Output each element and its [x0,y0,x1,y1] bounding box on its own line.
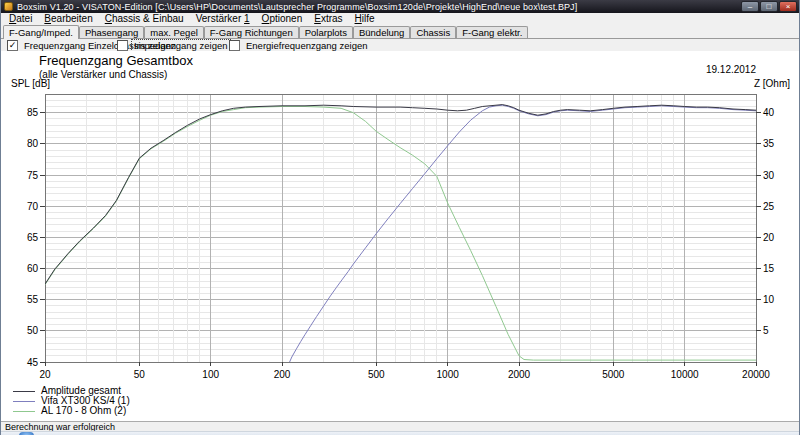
svg-text:25: 25 [763,201,775,212]
menu-item-datei[interactable]: Datei [3,13,38,25]
svg-text:75: 75 [27,170,39,181]
minimize-button[interactable]: – [741,1,759,12]
checkbox-energiefrequenzgang-zeigen[interactable] [229,40,240,51]
tab-max-pegel[interactable]: max. Pegel [144,26,204,38]
svg-text:20: 20 [39,369,51,380]
svg-text:70: 70 [27,201,39,212]
frequency-response-chart: 4550556065707580855101520253035402050100… [1,51,800,421]
checkbox-label-impedanzgang-zeigen[interactable]: Impedanzgang zeigen [132,40,230,51]
taskbar-strip [1,431,799,435]
svg-text:50: 50 [134,369,146,380]
svg-text:10: 10 [763,294,775,305]
tab-phasengang[interactable]: Phasengang [79,26,144,38]
svg-text:10000: 10000 [671,369,699,380]
svg-text:1000: 1000 [437,369,460,380]
svg-text:80: 80 [27,138,39,149]
menu-bar: DateiBearbeitenChassis & EinbauVerstärke… [1,13,799,25]
svg-text:15: 15 [763,263,775,274]
svg-text:5: 5 [763,325,769,336]
svg-text:65: 65 [27,232,39,243]
tab-bündelung[interactable]: Bündelung [353,26,410,38]
svg-text:20000: 20000 [742,369,770,380]
legend-label: AL 170 - 8 Ohm (2) [41,406,126,416]
tab-f-gang-imped[interactable]: F-Gang/Imped. [3,25,79,39]
title-bar[interactable]: Boxsim V1.20 - VISATON-Edition [C:\Users… [1,0,799,13]
boxsim-window: Boxsim V1.20 - VISATON-Edition [C:\Users… [0,0,800,435]
svg-text:35: 35 [763,138,775,149]
app-icon [4,2,13,11]
chart-legend: Amplitude gesamtVifa XT300 KS/4 (1)AL 17… [13,386,130,416]
svg-text:60: 60 [27,263,39,274]
legend-swatch-al-170-8-ohm-2 [13,411,35,412]
menu-item-extras[interactable]: Extras [308,13,348,25]
legend-swatch-vifa-xt300-ks-4-1 [13,401,35,402]
tab-polarplots[interactable]: Polarplots [299,26,353,38]
svg-text:85: 85 [27,107,39,118]
svg-text:2000: 2000 [508,369,531,380]
option-energiefrequenzgang-zeigen: Energiefrequenzgang zeigen [229,39,369,51]
svg-text:20: 20 [763,232,775,243]
svg-text:5000: 5000 [602,369,625,380]
svg-text:45: 45 [27,357,39,368]
window-controls: – □ × [741,1,797,12]
menu-item-optionen[interactable]: Optionen [256,13,309,25]
options-row: ✓Frequenzgang Einzelchassis zeigenImpeda… [1,39,799,51]
menu-item-bearbeiten[interactable]: Bearbeiten [38,13,98,25]
option-impedanzgang-zeigen: Impedanzgang zeigen [117,39,230,51]
tab-f-gang-richtungen[interactable]: F-Gang Richtungen [204,26,299,38]
tab-bar: F-Gang/Imped.Phasengangmax. PegelF-Gang … [1,25,799,39]
menu-item-chassis-einbau[interactable]: Chassis & Einbau [99,13,190,25]
checkbox-frequenzgang-einzelchassis-zeigen[interactable]: ✓ [7,40,18,51]
close-button[interactable]: × [779,1,797,12]
tab-f-gang-elektr[interactable]: F-Gang elektr. [456,26,528,38]
svg-text:40: 40 [763,107,775,118]
status-bar: Berechnung war erfolgreich [1,421,799,431]
svg-text:30: 30 [763,170,775,181]
svg-text:55: 55 [27,294,39,305]
legend-swatch-amplitude-gesamt [13,391,35,392]
maximize-button[interactable]: □ [760,1,778,12]
tab-chassis[interactable]: Chassis [410,26,456,38]
svg-text:100: 100 [202,369,219,380]
window-title: Boxsim V1.20 - VISATON-Edition [C:\Users… [17,2,735,12]
checkbox-impedanzgang-zeigen[interactable] [117,40,128,51]
svg-text:500: 500 [368,369,385,380]
legend-item-al-170-8-ohm-2: AL 170 - 8 Ohm (2) [13,406,130,416]
menu-item-verstärker-1[interactable]: Verstärker 1 [190,13,256,25]
checkbox-label-energiefrequenzgang-zeigen[interactable]: Energiefrequenzgang zeigen [244,40,369,51]
chart-panel: Frequenzgang Gesamtbox (alle Verstärker … [1,51,799,421]
svg-text:200: 200 [274,369,291,380]
svg-text:50: 50 [27,325,39,336]
menu-item-hilfe[interactable]: Hilfe [349,13,381,25]
